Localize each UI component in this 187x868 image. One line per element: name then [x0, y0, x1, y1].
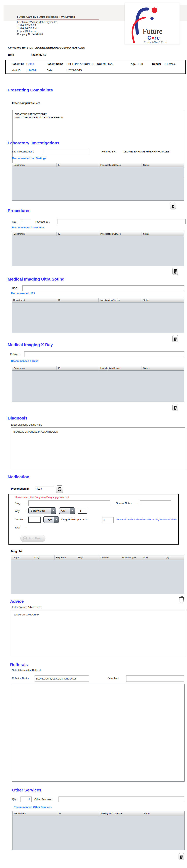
logo-tagline: Body Mind Soul	[143, 41, 167, 44]
referral-list-box	[12, 684, 185, 782]
other-services-qty-input[interactable]	[21, 797, 32, 802]
table-header-row: Department ID Investigation/Service Stat…	[12, 232, 184, 236]
procedures-table-body	[12, 236, 184, 266]
section-title-ultrasound: Medical Imaging Ultra Sound	[8, 277, 65, 282]
prescription-id-label: Prescription ID :	[11, 487, 31, 490]
duration-input[interactable]	[28, 517, 41, 523]
drug-suggestion-warning: Please select the Drug from Drug suggess…	[15, 496, 69, 499]
uss-table-body	[12, 303, 184, 333]
gender-label: Gender	[152, 62, 161, 65]
consulted-by-value: Dr. LEONEL ENRIQUE GUERRA ROSALES	[30, 46, 85, 49]
company-title: Future Care by Future Holdings (Pty) Lim…	[17, 15, 75, 18]
gender-value: Female	[167, 62, 176, 65]
section-title-other-services: Other Services	[12, 788, 41, 793]
duration-unit-dropdown[interactable]: Day/s	[43, 516, 59, 523]
recommended-lab-testings-label: Recommended Lab Testings	[12, 157, 46, 160]
prescription-id-input[interactable]	[35, 486, 54, 491]
advice-label: Enter Doctor's Advice Here	[12, 606, 41, 609]
procedures-qty-input[interactable]	[20, 219, 31, 224]
colon: :	[26, 502, 26, 505]
procedures-input[interactable]	[57, 219, 186, 224]
colon: :	[26, 69, 27, 72]
frequency-qty-input[interactable]	[78, 508, 87, 514]
uss-input[interactable]	[22, 285, 184, 291]
column-header-investigation-service: Investigation/Service	[99, 232, 142, 236]
refresh-icon	[57, 487, 62, 492]
logo-care-rest: re	[154, 35, 160, 41]
visit-date-value: 2024-07-15	[68, 69, 82, 72]
add-drug-button[interactable]: Add Drug	[20, 535, 45, 542]
column-header-duration: Duration	[99, 555, 121, 560]
table-header-row: Drug ID Drug Fequency Way Duration Durat…	[11, 555, 184, 560]
consult-date-value: 2024-07-15	[32, 53, 46, 56]
duration-unit-value: Day/s	[46, 518, 52, 521]
advice-clear-button[interactable]	[178, 595, 185, 604]
per-meal-input[interactable]	[102, 517, 114, 523]
trash-icon	[173, 269, 177, 274]
procedures-clear-button[interactable]	[172, 268, 178, 275]
other-services-input-label: Other Services :	[34, 798, 52, 801]
consultant-input[interactable]	[126, 676, 184, 682]
prescription-refresh-button[interactable]	[56, 485, 63, 493]
table-header-row: Department ID Investigation/Service Stat…	[12, 366, 184, 371]
diagnosis-textarea[interactable]: BILAREAL LINFONODE IN AXILAR REGION	[11, 427, 185, 469]
xray-clear-button[interactable]	[172, 404, 178, 411]
recommended-other-services-label: Recommended Other Services	[14, 806, 52, 809]
way-dropdown-value: Before Meal	[31, 509, 45, 512]
way-dropdown[interactable]: Before Meal	[28, 507, 56, 514]
drug-input[interactable]	[28, 500, 110, 506]
complaints-label: Enter Complaints Here	[12, 101, 40, 104]
company-phone-2: T: +24 84 225 252	[17, 27, 37, 30]
section-title-advice: Advice	[10, 599, 24, 604]
consult-date-row: Date: 2024-07-15	[8, 53, 46, 56]
uss-table: Department ID Investigation/Service Stat…	[12, 298, 184, 333]
uss-clear-button[interactable]	[172, 335, 178, 342]
trash-outline-icon	[179, 596, 185, 603]
column-header-way: Way	[77, 555, 99, 560]
fraction-note: Please add as decimal numbers when addin…	[116, 518, 177, 521]
drug-list-label: Drug List	[11, 550, 22, 553]
section-title-procedures: Procedures	[8, 208, 31, 213]
colon: :	[137, 502, 137, 505]
frequency-dropdown-value: OD	[61, 509, 65, 512]
column-header-duration-type: Duration Type	[121, 555, 142, 560]
drug-label: Drug	[15, 502, 20, 505]
age-value: 38	[140, 62, 143, 65]
special-notes-label: Special Notes	[116, 502, 132, 505]
other-services-input[interactable]	[59, 797, 184, 802]
section-title-referrals: Refferals	[10, 662, 28, 667]
column-header-investigation-service: Investigation/Service	[99, 298, 141, 302]
column-header-status: Status	[141, 298, 184, 302]
reffering-doctor-label: Reffering Doctor	[12, 677, 29, 679]
procedures-qty-label: Qty :	[12, 220, 17, 223]
xray-table-body	[12, 371, 184, 402]
column-header-department: Department	[12, 298, 56, 302]
column-header-department: Department	[12, 163, 57, 167]
reffering-doctor-input[interactable]	[35, 676, 89, 682]
xray-input-label: X-Rays :	[10, 353, 20, 356]
advice-textarea[interactable]: SEND FOR MAMOGRAM	[11, 610, 185, 656]
section-title-presenting-complaints: Presenting Complaints	[8, 88, 53, 92]
lab-clear-button[interactable]	[170, 202, 176, 210]
chevron-down-icon	[54, 517, 59, 523]
special-notes-input[interactable]	[140, 500, 171, 506]
lab-testings-table-body	[12, 167, 184, 200]
add-drug-label: Add Drug	[29, 537, 42, 540]
colon: :	[26, 526, 26, 529]
xray-input[interactable]	[24, 351, 184, 357]
lab-testings-table: Department ID Investigation/Service Stat…	[12, 163, 184, 200]
column-header-investigation-service: Investigation/Service	[99, 163, 142, 167]
trash-icon	[179, 854, 183, 859]
trash-icon	[173, 405, 177, 410]
logo-text-future: Future	[143, 27, 162, 36]
lab-reffered-by-value: LEONEL ENRIQUE GUERRA ROSALES	[123, 150, 169, 153]
company-title-rule	[17, 19, 99, 20]
column-header-status: Status	[142, 366, 184, 370]
visit-id-label: Visit ID	[12, 69, 21, 72]
lab-investigation-input[interactable]	[43, 149, 89, 154]
other-services-clear-button[interactable]	[179, 853, 184, 860]
column-header-qty: Qty	[164, 555, 184, 560]
frequency-dropdown[interactable]: OD	[59, 507, 75, 514]
chevron-down-icon	[51, 508, 56, 514]
drug-list-table: Drug ID Drug Fequency Way Duration Durat…	[11, 555, 184, 594]
